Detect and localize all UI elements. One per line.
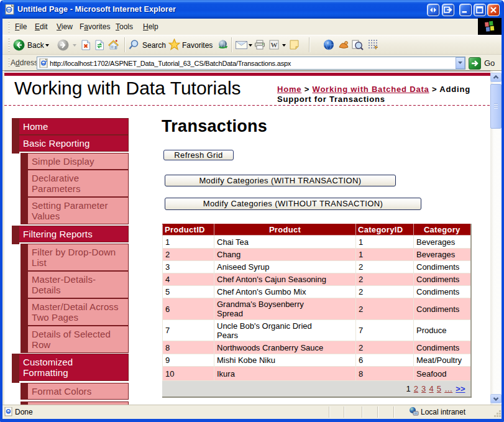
svg-text:W: W (271, 41, 278, 48)
